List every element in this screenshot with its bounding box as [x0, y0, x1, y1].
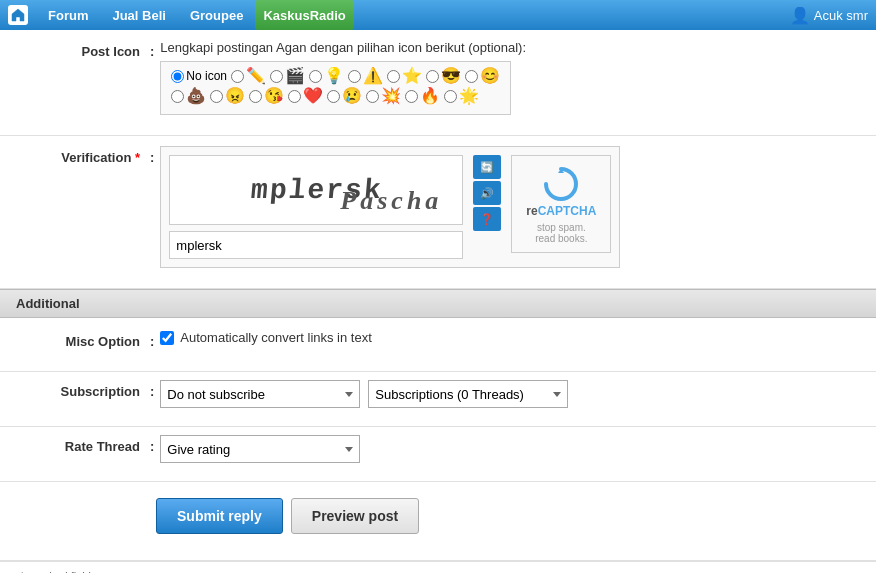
icon-extra: 🌟	[444, 88, 479, 104]
icon-pencil: ✏️	[231, 68, 266, 84]
subscription-type-select[interactable]: Do not subscribe Subscribe Instant notif…	[160, 380, 360, 408]
captcha-input[interactable]	[169, 231, 463, 259]
verification-label-text: Verification	[61, 150, 131, 165]
icon-no-icon: No icon	[171, 70, 227, 83]
rate-thread-select[interactable]: Give rating 1 - Terrible 2 - Bad 3 - Oka…	[160, 435, 360, 463]
convert-links-checkbox[interactable]	[160, 331, 174, 345]
subscription-dropdowns: Do not subscribe Subscribe Instant notif…	[160, 380, 856, 408]
preview-post-button[interactable]: Preview post	[291, 498, 419, 534]
convert-links-label: Automatically convert links in text	[180, 330, 371, 345]
misc-option-label: Misc Option	[20, 330, 150, 349]
post-icon-row: Post Icon : Lengkapi postingan Agan deng…	[20, 40, 856, 115]
radio-warning[interactable]	[348, 70, 361, 83]
radio-no-icon[interactable]	[171, 70, 184, 83]
poop-icon: 💩	[186, 88, 206, 104]
captcha-left: mplersk Pascha	[169, 155, 463, 259]
radio-kiss[interactable]	[249, 90, 262, 103]
home-icon[interactable]	[8, 5, 28, 25]
angry-icon: 😠	[225, 88, 245, 104]
cry-icon: 😢	[342, 88, 362, 104]
radio-cry[interactable]	[327, 90, 340, 103]
main-content: Post Icon : Lengkapi postingan Agan deng…	[0, 30, 876, 573]
verification-label: Verification *	[20, 146, 150, 165]
verification-content: mplersk Pascha 🔄 🔊 ❓	[160, 146, 856, 268]
star-icon: ⭐	[402, 68, 422, 84]
cool-icon: 😎	[441, 68, 461, 84]
subscription-threads-select[interactable]: Subscriptions (0 Threads) All Subscripti…	[368, 380, 568, 408]
radio-heart[interactable]	[288, 90, 301, 103]
icon-warning: ⚠️	[348, 68, 383, 84]
smile-icon: 😊	[480, 68, 500, 84]
nav-kaskus-radio[interactable]: KaskusRadio	[255, 0, 353, 30]
post-icon-label: Post Icon	[20, 40, 150, 59]
required-fields-note: * required fields	[0, 561, 876, 573]
required-star: *	[131, 150, 140, 165]
film-icon: 🎬	[285, 68, 305, 84]
recaptcha-label: reCAPTCHA	[526, 204, 596, 218]
buttons-row-wrapper: Submit reply Preview post	[20, 494, 856, 534]
rate-thread-row: Rate Thread : Give rating 1 - Terrible 2…	[20, 435, 856, 463]
pencil-icon: ✏️	[246, 68, 266, 84]
extra-icon: 🌟	[459, 88, 479, 104]
no-icon-label: No icon	[186, 70, 227, 82]
rate-thread-section: Rate Thread : Give rating 1 - Terrible 2…	[0, 427, 876, 482]
captcha-area: mplersk Pascha 🔄 🔊 ❓	[160, 146, 620, 268]
recaptcha-box: reCAPTCHA stop spam. read books.	[511, 155, 611, 253]
icon-angry: 😠	[210, 88, 245, 104]
icon-fire: 🔥	[405, 88, 440, 104]
radio-explode[interactable]	[366, 90, 379, 103]
icon-smile: 😊	[465, 68, 500, 84]
radio-extra[interactable]	[444, 90, 457, 103]
icons-row-2: 💩 😠 😘 ❤️	[171, 88, 500, 104]
nav-groupee[interactable]: Groupee	[178, 0, 255, 30]
misc-option-content: Automatically convert links in text	[160, 330, 856, 345]
user-avatar-icon: 👤	[790, 6, 810, 25]
bulb-icon: 💡	[324, 68, 344, 84]
audio-captcha-button[interactable]: 🔊	[473, 181, 501, 205]
buttons-section: Submit reply Preview post	[0, 482, 876, 561]
refresh-captcha-button[interactable]: 🔄	[473, 155, 501, 179]
icons-row-1: No icon ✏️ 🎬 💡	[171, 68, 500, 84]
radio-smile[interactable]	[465, 70, 478, 83]
rate-thread-content: Give rating 1 - Terrible 2 - Bad 3 - Oka…	[160, 435, 856, 463]
heart-icon: ❤️	[303, 88, 323, 104]
misc-option-section: Misc Option : Automatically convert link…	[0, 318, 876, 372]
rate-thread-label: Rate Thread	[20, 435, 150, 454]
recaptcha-spinner	[531, 164, 591, 204]
explode-icon: 💥	[381, 88, 401, 104]
subscription-row: Subscription : Do not subscribe Subscrib…	[20, 380, 856, 408]
radio-star[interactable]	[387, 70, 400, 83]
radio-bulb[interactable]	[309, 70, 322, 83]
icon-poop: 💩	[171, 88, 206, 104]
radio-angry[interactable]	[210, 90, 223, 103]
icon-heart: ❤️	[288, 88, 323, 104]
username: Acuk smr	[814, 8, 868, 23]
misc-option-row: Misc Option : Automatically convert link…	[20, 330, 856, 349]
post-icon-section: Post Icon : Lengkapi postingan Agan deng…	[0, 30, 876, 136]
action-buttons: Submit reply Preview post	[156, 498, 856, 534]
radio-poop[interactable]	[171, 90, 184, 103]
icon-cry: 😢	[327, 88, 362, 104]
subscription-section: Subscription : Do not subscribe Subscrib…	[0, 372, 876, 427]
help-captcha-button[interactable]: ❓	[473, 207, 501, 231]
top-navigation: Forum Jual Beli Groupee KaskusRadio 👤 Ac…	[0, 0, 876, 30]
verification-section: Verification * : mplersk Pascha 🔄 🔊	[0, 136, 876, 289]
captcha-controls: 🔄 🔊 ❓	[473, 155, 501, 231]
icons-grid: No icon ✏️ 🎬 💡	[160, 61, 511, 115]
misc-option-checkbox-label[interactable]: Automatically convert links in text	[160, 330, 856, 345]
radio-fire[interactable]	[405, 90, 418, 103]
nav-forum[interactable]: Forum	[36, 0, 100, 30]
nav-jual-beli[interactable]: Jual Beli	[100, 0, 177, 30]
user-info: 👤 Acuk smr	[790, 6, 868, 25]
radio-pencil[interactable]	[231, 70, 244, 83]
verification-row: Verification * : mplersk Pascha 🔄 🔊	[20, 146, 856, 268]
submit-reply-button[interactable]: Submit reply	[156, 498, 283, 534]
icon-kiss: 😘	[249, 88, 284, 104]
subscription-content: Do not subscribe Subscribe Instant notif…	[160, 380, 856, 408]
icon-cool: 😎	[426, 68, 461, 84]
icon-bulb: 💡	[309, 68, 344, 84]
icon-film: 🎬	[270, 68, 305, 84]
post-icon-content: Lengkapi postingan Agan dengan pilihan i…	[160, 40, 856, 115]
radio-cool[interactable]	[426, 70, 439, 83]
radio-film[interactable]	[270, 70, 283, 83]
